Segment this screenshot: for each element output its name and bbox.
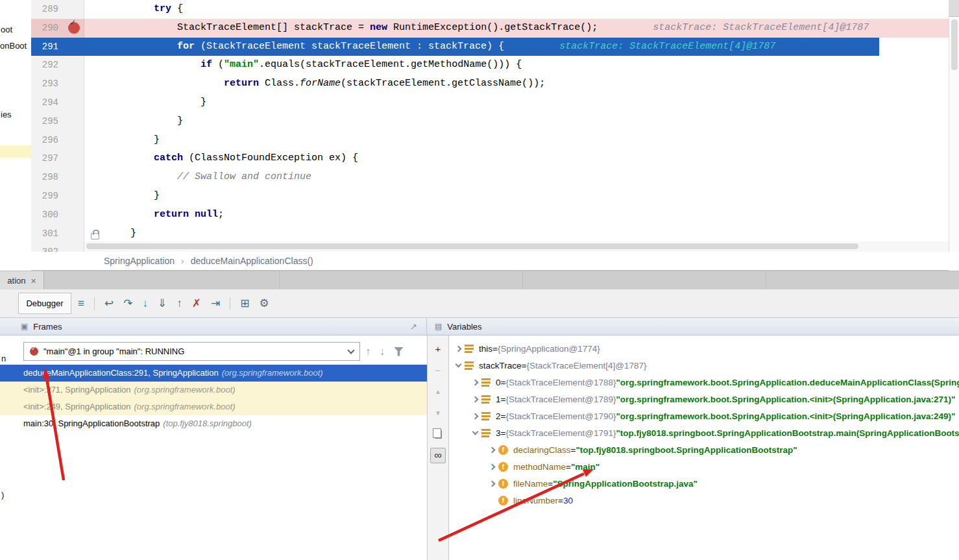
stack-frame-row[interactable]: main:30, SpringApplicationBootstrap(top.… [0,415,427,432]
code-text[interactable]: } [84,187,949,206]
code-text[interactable]: } [84,112,949,131]
next-frame-button[interactable]: ↓ [380,346,385,358]
step-into-icon[interactable]: ↓ [142,297,148,310]
code-text[interactable]: return null; [84,206,949,225]
expander-icon[interactable] [468,432,481,434]
frames-controls: ↑↓ [365,342,404,361]
expander-icon[interactable] [485,465,498,469]
gutter-icon-area[interactable] [65,93,84,112]
code-text[interactable]: for (StackTraceElement stackTraceElement… [84,38,949,56]
run-to-cursor-icon[interactable]: ⇥ [211,297,220,310]
scroll-down-button[interactable]: ▼ [430,405,446,420]
line-number[interactable]: 300 [31,206,65,225]
line-number[interactable]: 293 [31,75,65,93]
close-tab-icon[interactable]: × [31,276,36,286]
variable-row[interactable]: stackTrace = {StackTraceElement[4]@1787} [449,357,959,374]
line-number[interactable]: 292 [31,56,65,75]
variable-row[interactable]: methodName = "main" [449,458,959,475]
stack-frame-row[interactable]: deduceMainApplicationClass:291, SpringAp… [0,365,427,382]
line-number[interactable]: 291 [31,38,65,56]
gutter-icon-area[interactable] [65,75,84,93]
gutter-icon-area[interactable] [65,112,84,131]
add-watch-button[interactable]: + [430,341,446,356]
settings-icon[interactable]: ⚙ [259,297,269,310]
breadcrumb-item-class[interactable]: SpringApplication [104,256,175,266]
stack-frame-row[interactable]: <init>:249, SpringApplication(org.spring… [0,398,427,415]
previous-frame-button[interactable]: ↑ [365,346,370,358]
scroll-up-corner[interactable] [949,0,959,17]
gutter-icon-area[interactable] [65,131,84,150]
gutter-icon-area[interactable] [65,206,84,225]
code-text[interactable]: catch (ClassNotFoundException ex) { [84,149,949,168]
tree-item-fragment: n [1,354,6,363]
line-number[interactable]: 294 [31,93,65,112]
gutter-icon-area[interactable] [65,0,84,19]
hide-library-frames-filter[interactable] [394,347,404,356]
thread-selector[interactable]: "main"@1 in group "main": RUNNING [23,342,360,361]
expander-icon[interactable] [452,364,465,367]
gutter-icon-area[interactable] [65,187,84,206]
gutter-icon-area[interactable] [65,243,84,252]
variable-row[interactable]: 0 = {StackTraceElement@1788} "org.spring… [449,374,959,391]
step-over-icon[interactable]: ↷ [123,297,132,310]
gutter-icon-area[interactable] [65,38,84,56]
gutter-icon-area[interactable] [65,149,84,168]
line-number[interactable]: 298 [31,168,65,187]
gutter-icon-area[interactable] [65,225,84,243]
gutter-icon-area[interactable] [65,19,84,38]
code-text[interactable]: StackTraceElement[] stackTrace = new Run… [84,19,949,38]
line-number[interactable]: 295 [31,112,65,131]
show-execution-point-icon[interactable]: ↩ [104,297,114,310]
expander-icon[interactable] [452,347,465,351]
breadcrumb-item-method[interactable]: deduceMainApplicationClass() [191,256,313,266]
code-text[interactable]: // Swallow and continue [84,168,949,187]
expander-icon[interactable] [468,414,481,419]
stack-frame-row[interactable]: <init>:271, SpringApplication(org.spring… [0,382,427,398]
tab-debugger[interactable]: Debugger [18,293,71,314]
layout-menu-icon[interactable]: ≡ [78,297,84,310]
variable-text: "main" [571,462,600,472]
variable-row[interactable]: declaringClass = "top.fjy8018.springboot… [449,441,959,458]
code-text[interactable]: } [84,225,949,243]
line-number[interactable]: 289 [31,0,65,19]
line-number[interactable]: 296 [31,131,65,150]
line-number[interactable]: 297 [31,149,65,168]
horizontal-scrollbar[interactable] [86,243,858,249]
code-token: (StackTraceElement stackTraceElement : s… [195,41,504,52]
line-number[interactable]: 299 [31,187,65,206]
code-text[interactable]: } [84,93,949,112]
variable-row[interactable]: 2 = {StackTraceElement@1790} "org.spring… [449,408,959,424]
copy-stack-button[interactable] [430,426,446,442]
gutter-icon-area[interactable] [65,168,84,187]
vertical-scrollbar[interactable] [951,19,958,70]
variable-row[interactable]: this = {SpringApplication@1774} [449,340,959,357]
expander-icon[interactable] [468,380,481,385]
scroll-up-button[interactable]: ▲ [430,383,446,399]
evaluate-expression-icon[interactable]: ⊞ [240,297,249,310]
code-text[interactable]: } [84,131,949,150]
drop-frame-icon[interactable]: ✗ [192,297,201,310]
gutter-icon-area[interactable] [65,56,84,75]
line-number[interactable]: 290 [31,19,65,38]
debug-session-tab[interactable]: ation × [0,271,44,290]
breakpoint-icon[interactable] [68,22,80,34]
variables-header: ▤ Variables [427,317,959,335]
variable-row[interactable]: 3 = {StackTraceElement@1791} "top.fjy801… [449,424,959,441]
expand-panel-icon[interactable]: ↗ [410,322,417,332]
force-step-into-icon[interactable]: ⇓ [158,297,167,310]
line-number[interactable]: 301 [31,225,65,243]
code-text[interactable]: try { [84,0,949,19]
line-number[interactable]: 302 [31,243,65,252]
variable-text: "org.springframework.boot.SpringApplicat… [616,395,955,404]
expander-icon[interactable] [485,481,498,486]
code-text[interactable]: return Class.forName(stackTraceElement.g… [84,75,949,93]
show-return-values-toggle[interactable]: ∞ [430,448,446,463]
variable-row[interactable]: fileName = "SpringApplicationBootstrap.j… [449,475,959,492]
code-text[interactable]: if ("main".equals(stackTraceElement.getM… [84,56,949,75]
remove-watch-button[interactable]: − [430,362,446,378]
variable-row[interactable]: 1 = {StackTraceElement@1789} "org.spring… [449,391,959,408]
variable-row[interactable]: lineNumber = 30 [449,492,959,509]
step-out-icon[interactable]: ↑ [176,297,182,310]
expander-icon[interactable] [468,397,481,402]
expander-icon[interactable] [485,448,498,452]
